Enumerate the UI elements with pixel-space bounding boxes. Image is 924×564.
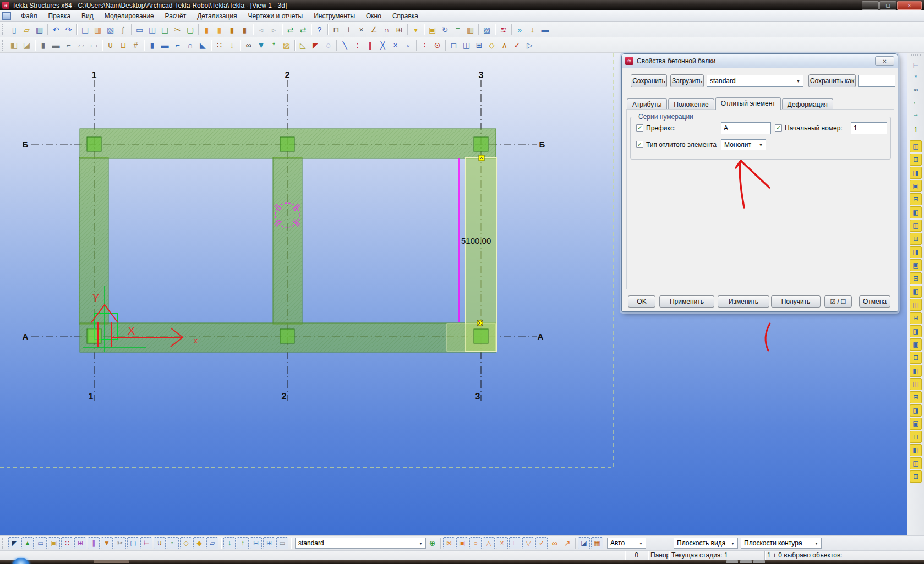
view-plane-combo[interactable]: Плоскость вида ▼ [674, 538, 738, 549]
snap-arrow-icon[interactable]: ↗ [561, 537, 573, 550]
toolbar-grip[interactable] [2, 40, 6, 51]
modify-button[interactable]: Изменить [718, 295, 769, 308]
create-part-3-icon[interactable]: ▮ [226, 23, 238, 36]
select-reinforcement-icon[interactable]: ≈ [167, 537, 179, 549]
snap-depth-combo[interactable]: Авто ▼ [607, 538, 646, 549]
origin-icon[interactable]: ⊙ [431, 39, 444, 51]
menu-help[interactable]: Справка [387, 11, 424, 21]
sync-in-icon[interactable]: ⇄ [284, 23, 297, 36]
grab-plane-icon[interactable]: ∧ [498, 39, 511, 51]
connection-icon[interactable]: ◨ [910, 246, 922, 258]
bolt-icon[interactable]: ∷ [213, 39, 226, 51]
measure-icon[interactable]: ◤ [309, 39, 322, 51]
contour-planes-combo[interactable]: Плоскости контура ▼ [741, 538, 822, 549]
import-icon[interactable]: ↓ [526, 23, 539, 36]
two-views-icon[interactable]: ◫ [460, 39, 473, 51]
menu-analysis[interactable]: Расчёт [160, 11, 192, 21]
cast-type-combo[interactable]: Монолит ▼ [721, 139, 766, 150]
select-grid-lines-icon[interactable]: ∥ [88, 537, 100, 549]
binoculars-icon[interactable]: ∞ [910, 84, 921, 95]
arc-icon[interactable]: ∩ [380, 23, 393, 36]
snap-free-icon[interactable]: ∞ [548, 537, 561, 550]
select-welds-icon[interactable]: ▼ [101, 537, 113, 549]
prefix-checkbox[interactable]: ✓ [636, 124, 643, 132]
steel-beam-icon[interactable]: ▬ [158, 39, 171, 51]
connection-icon[interactable]: ⊟ [910, 193, 922, 205]
load-button[interactable]: Загрузить [670, 74, 704, 87]
snap-corner-icon[interactable]: ∟ [509, 537, 521, 549]
column-icon[interactable]: ▮ [37, 39, 50, 51]
mesh-icon[interactable]: # [129, 39, 142, 51]
column-square[interactable] [474, 329, 488, 343]
pour-icon[interactable]: ▼ [255, 39, 267, 51]
connection-icon[interactable]: ◫ [910, 378, 922, 390]
select-cuts-icon[interactable]: ✂ [114, 537, 126, 549]
cancel-button[interactable]: Отмена [859, 295, 890, 308]
save-button[interactable]: Сохранить [631, 74, 667, 87]
connection-icon[interactable]: ⊟ [910, 431, 922, 443]
connection-icon[interactable]: ◧ [910, 286, 922, 298]
save-as-button[interactable]: Сохранить как [808, 74, 856, 87]
point-line-icon[interactable]: ╲ [338, 39, 351, 51]
globe-icon[interactable]: ⊕ [426, 537, 439, 550]
workplane-icon[interactable]: ◇ [485, 39, 498, 51]
connection-icon[interactable]: ◫ [910, 457, 922, 469]
point-cross-icon[interactable]: ╳ [376, 39, 389, 51]
connection-icon[interactable]: ⊞ [910, 391, 922, 403]
new-view-icon[interactable]: ▭ [133, 23, 146, 36]
point-parallel-icon[interactable]: ∥ [364, 39, 376, 51]
connection-icon[interactable]: ◨ [910, 167, 922, 179]
plate-icon[interactable]: ◣ [196, 39, 209, 51]
select-assemblies-down-icon[interactable]: ↓ [223, 537, 236, 549]
grid-views-icon[interactable]: ⊞ [473, 39, 485, 51]
snap-ortho-icon[interactable]: ◪ [578, 537, 590, 549]
redo-icon[interactable]: ↷ [62, 23, 75, 36]
taskbar-button[interactable] [726, 560, 738, 563]
dialog-title-bar[interactable]: ≋ Свойства бетонной балки × [622, 54, 898, 68]
connection-icon[interactable]: ▣ [910, 259, 922, 271]
point-x-icon[interactable]: × [389, 39, 402, 51]
connection-icon[interactable]: ◫ [910, 299, 922, 311]
connection-icon[interactable]: ⊞ [910, 233, 922, 245]
column-square[interactable] [280, 137, 294, 151]
cut-icon[interactable]: ✂ [171, 23, 184, 36]
column-square[interactable] [87, 137, 101, 151]
connection-icon[interactable]: ◧ [910, 444, 922, 456]
more-tools-icon[interactable]: » [513, 23, 526, 36]
menu-detailing[interactable]: Детализация [192, 11, 242, 21]
taskbar-button[interactable] [740, 560, 752, 563]
macro-icon[interactable]: ∫ [117, 23, 129, 36]
next-icon[interactable]: ▹ [267, 23, 280, 36]
anchor-icon[interactable]: ↓ [226, 39, 238, 51]
divide-icon[interactable]: ÷ [418, 39, 431, 51]
beam-icon[interactable]: ▬ [50, 39, 62, 51]
rotate-objects-icon[interactable]: ↻ [439, 23, 451, 36]
binoculars-icon[interactable]: ∞ [242, 39, 255, 51]
mdi-child-icon[interactable] [2, 12, 11, 20]
tab-attributes[interactable]: Атрибуты [627, 98, 667, 110]
connection-icon[interactable]: ◨ [910, 325, 922, 337]
select-grids-icon[interactable]: ⊞ [74, 537, 86, 549]
angle-icon[interactable]: ∠ [368, 23, 380, 36]
strip-footing-icon[interactable]: ⊔ [117, 39, 129, 51]
select-single-icon[interactable]: ▭ [276, 537, 288, 549]
connection-icon[interactable]: ⊞ [910, 312, 922, 324]
ok-button[interactable]: OK [628, 295, 655, 308]
select-views-icon[interactable]: ▢ [127, 537, 139, 549]
polybeam-icon[interactable]: ⌐ [62, 39, 75, 51]
pin-icon[interactable]: ▾ [409, 23, 422, 36]
apply-button[interactable]: Применить [659, 295, 714, 308]
select-planes-icon[interactable]: ▱ [206, 537, 218, 549]
menu-modeling[interactable]: Моделирование [99, 11, 160, 21]
check-model-icon[interactable]: ✓ [511, 39, 523, 51]
copy-objects-icon[interactable]: ▣ [426, 23, 439, 36]
paste-icon[interactable]: ▧ [104, 23, 117, 36]
snap-points-icon[interactable]: ⊠ [443, 537, 455, 549]
connection-icon[interactable]: ◧ [910, 365, 922, 377]
close-button[interactable]: × [897, 1, 922, 10]
copy-special-icon[interactable]: ▥ [91, 23, 104, 36]
get-button[interactable]: Получить [771, 295, 821, 308]
toolbar-grip[interactable] [911, 54, 921, 58]
components-icon[interactable]: * [910, 72, 921, 83]
snap-middle-icon[interactable]: ▽ [522, 537, 534, 549]
